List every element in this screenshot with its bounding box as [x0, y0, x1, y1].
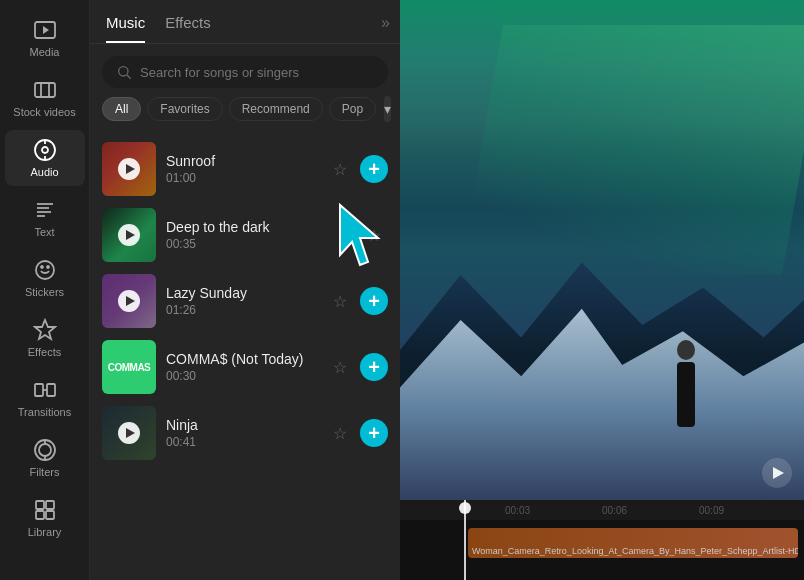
svg-marker-16	[35, 320, 55, 339]
svg-rect-17	[35, 384, 43, 396]
list-item[interactable]: Sunroof 01:00 ☆ +	[90, 136, 400, 202]
sidebar-label-text: Text	[34, 226, 54, 238]
add-button[interactable]: +	[360, 353, 388, 381]
sidebar-item-transitions[interactable]: Transitions	[5, 370, 85, 426]
sidebar-item-library[interactable]: Library	[5, 490, 85, 546]
tab-effects[interactable]: Effects	[165, 14, 211, 43]
song-thumbnail	[102, 142, 156, 196]
svg-point-15	[47, 266, 49, 268]
sidebar-item-effects[interactable]: Effects	[5, 310, 85, 366]
svg-rect-25	[46, 501, 54, 509]
song-actions: ☆	[360, 221, 388, 249]
timeline-playhead[interactable]	[464, 500, 466, 580]
favorite-button[interactable]: ☆	[326, 419, 354, 447]
song-info: Ninja 00:41	[166, 417, 316, 449]
song-title: Lazy Sunday	[166, 285, 316, 301]
list-item[interactable]: Deep to the dark 00:35 ☆	[90, 202, 400, 268]
list-item[interactable]: Ninja 00:41 ☆ +	[90, 400, 400, 466]
filter-recommend[interactable]: Recommend	[229, 97, 323, 121]
favorite-button[interactable]: ☆	[326, 155, 354, 183]
person-figure	[668, 340, 703, 410]
filter-all[interactable]: All	[102, 97, 141, 121]
sidebar-label-transitions: Transitions	[18, 406, 71, 418]
song-info: Sunroof 01:00	[166, 153, 316, 185]
sidebar-item-stock[interactable]: Stock videos	[5, 70, 85, 126]
sidebar-label-effects: Effects	[28, 346, 61, 358]
song-title: Sunroof	[166, 153, 316, 169]
list-item[interactable]: COMMAS COMMA$ (Not Today) 00:30 ☆ +	[90, 334, 400, 400]
play-button[interactable]	[118, 422, 140, 444]
figure-legs	[677, 407, 695, 427]
video-play-button[interactable]	[762, 458, 792, 488]
play-button[interactable]	[118, 224, 140, 246]
sidebar-item-filters[interactable]: Filters	[5, 430, 85, 486]
svg-marker-1	[43, 26, 49, 34]
song-title: Ninja	[166, 417, 316, 433]
track-label: Woman_Camera_Retro_Looking_At_Camera_By_…	[468, 544, 798, 558]
song-duration: 01:00	[166, 171, 316, 185]
song-duration: 00:35	[166, 237, 350, 251]
filter-favorites[interactable]: Favorites	[147, 97, 222, 121]
comma-logo: COMMAS	[108, 362, 151, 373]
favorite-button[interactable]: ☆	[326, 287, 354, 315]
sidebar-item-audio[interactable]: Audio	[5, 130, 85, 186]
filter-pills: All Favorites Recommend Pop ▾	[90, 96, 400, 132]
figure-body	[677, 362, 695, 407]
list-item[interactable]: Lazy Sunday 01:26 ☆ +	[90, 268, 400, 334]
svg-rect-26	[36, 511, 44, 519]
song-duration: 00:30	[166, 369, 316, 383]
search-input[interactable]	[140, 65, 374, 80]
play-button[interactable]	[118, 158, 140, 180]
sidebar-item-media[interactable]: Media	[5, 10, 85, 66]
music-panel: Music Effects » All Favorites Recommend …	[90, 0, 400, 580]
sidebar: Media Stock videos Audio Text Stickers E…	[0, 0, 90, 580]
timeline-marker-2: 00:06	[602, 505, 699, 516]
svg-point-6	[42, 147, 48, 153]
song-duration: 00:41	[166, 435, 316, 449]
song-info: Deep to the dark 00:35	[166, 219, 350, 251]
add-button[interactable]: +	[360, 155, 388, 183]
sidebar-label-stickers: Stickers	[25, 286, 64, 298]
svg-rect-24	[36, 501, 44, 509]
sidebar-label-filters: Filters	[30, 466, 60, 478]
timeline-tracks: Woman_Camera_Retro_Looking_At_Camera_By_…	[400, 520, 804, 562]
video-preview	[400, 0, 804, 500]
song-thumbnail	[102, 208, 156, 262]
play-button[interactable]	[118, 290, 140, 312]
song-info: COMMA$ (Not Today) 00:30	[166, 351, 316, 383]
filter-more-button[interactable]: ▾	[384, 96, 391, 122]
add-button[interactable]: +	[360, 287, 388, 315]
song-list: Sunroof 01:00 ☆ + Deep to the dark 00:35…	[90, 132, 400, 580]
sidebar-item-stickers[interactable]: Stickers	[5, 250, 85, 306]
tab-music[interactable]: Music	[106, 14, 145, 43]
collapse-button[interactable]: »	[381, 14, 390, 32]
timeline-marker-3: 00:09	[699, 505, 796, 516]
svg-point-13	[36, 261, 54, 279]
song-actions: ☆ +	[326, 353, 388, 381]
favorite-button[interactable]: ☆	[360, 221, 388, 249]
svg-line-29	[127, 75, 131, 79]
panel-tabs: Music Effects »	[90, 0, 400, 44]
video-track[interactable]: Woman_Camera_Retro_Looking_At_Camera_By_…	[468, 528, 798, 558]
figure-head	[677, 340, 695, 360]
sidebar-item-text[interactable]: Text	[5, 190, 85, 246]
filter-pop[interactable]: Pop	[329, 97, 376, 121]
add-button[interactable]: +	[360, 419, 388, 447]
timeline-marker-1: 00:03	[505, 505, 602, 516]
song-duration: 01:26	[166, 303, 316, 317]
timeline: 00:03 00:06 00:09 Woman_Camera_Retro_Loo…	[400, 500, 804, 580]
aurora-effect-2	[459, 25, 804, 275]
svg-point-20	[39, 444, 51, 456]
sidebar-label-audio: Audio	[30, 166, 58, 178]
song-actions: ☆ +	[326, 155, 388, 183]
main-content: 00:03 00:06 00:09 Woman_Camera_Retro_Loo…	[400, 0, 804, 580]
svg-rect-27	[46, 511, 54, 519]
song-thumbnail: COMMAS	[102, 340, 156, 394]
song-info: Lazy Sunday 01:26	[166, 285, 316, 317]
svg-point-28	[119, 67, 128, 76]
svg-rect-2	[35, 83, 55, 97]
song-actions: ☆ +	[326, 419, 388, 447]
search-icon	[116, 64, 132, 80]
sidebar-label-media: Media	[30, 46, 60, 58]
favorite-button[interactable]: ☆	[326, 353, 354, 381]
